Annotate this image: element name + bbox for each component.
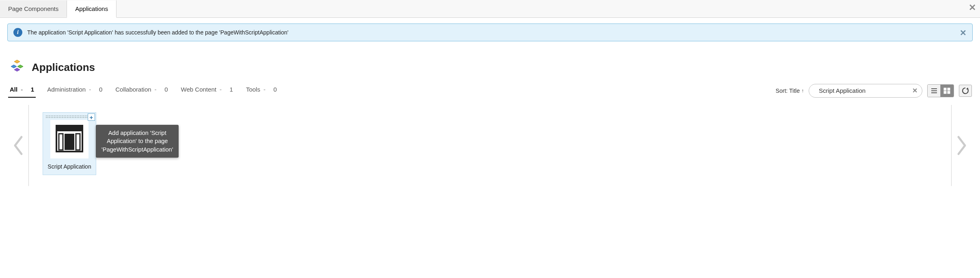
notification-text: The application 'Script Application' has… [27,29,288,36]
close-icon[interactable]: ✕ [969,2,976,13]
view-toggle [927,84,954,97]
category-count: 0 [269,86,277,93]
chevron-right-icon [956,135,967,156]
category-tab-web-content[interactable]: Web Content - 1 [179,83,235,98]
chevron-left-icon [13,135,24,156]
svg-rect-7 [944,88,946,90]
toolbar-right: Sort: Title ↑ ✕ [776,84,972,98]
search-box: ✕ [809,84,922,98]
applications-icon [8,58,26,76]
svg-rect-10 [948,91,950,94]
drag-handle-icon[interactable] [45,115,93,118]
app-thumbnail [50,120,89,158]
svg-rect-9 [944,91,946,94]
category-count: 0 [160,86,168,93]
sort-control[interactable]: Sort: Title ↑ [776,88,804,94]
add-button[interactable]: + [88,113,95,121]
toolbar: All - 1 Administration - 0 Collaboration… [8,83,972,101]
page-header: Applications [8,58,972,76]
refresh-icon [961,87,969,95]
content-area: Applications All - 1 Administration - 0 … [0,47,980,186]
gallery-content: + Script Application Add application 'Sc… [28,105,952,186]
tab-page-components[interactable]: Page Components [0,0,67,17]
sort-ascending-icon: ↑ [801,88,804,94]
tab-applications[interactable]: Applications [67,0,117,18]
svg-rect-16 [76,134,80,150]
svg-rect-15 [65,134,74,150]
category-count: 0 [94,86,102,93]
svg-rect-8 [948,88,950,90]
category-label: Tools [246,86,260,93]
search-input[interactable] [809,84,922,98]
svg-marker-1 [11,65,17,68]
app-card-title: Script Application [45,162,93,172]
sort-prefix: Sort: [776,88,788,94]
app-card-script-application[interactable]: + Script Application Add application 'Sc… [43,112,96,175]
svg-marker-3 [14,68,20,71]
window-tabs: Page Components Applications ✕ [0,0,980,18]
svg-rect-14 [59,134,63,150]
prev-arrow[interactable] [8,127,28,164]
category-count: 1 [225,86,233,93]
category-label: Administration [47,86,86,93]
svg-marker-11 [966,88,969,90]
grid-icon [943,88,951,94]
category-label: All [10,86,17,93]
refresh-button[interactable] [959,85,972,97]
category-tab-tools[interactable]: Tools - 0 [244,83,278,98]
svg-marker-2 [17,65,23,68]
svg-marker-0 [14,60,20,63]
list-icon [930,88,938,94]
category-tab-collaboration[interactable]: Collaboration - 0 [114,83,169,98]
category-label: Collaboration [115,86,151,93]
category-count: 1 [26,86,34,93]
notification-close-icon[interactable]: ✕ [960,28,967,38]
category-tab-all[interactable]: All - 1 [8,83,36,98]
tooltip: Add application 'Script Application' to … [96,125,179,158]
list-view-button[interactable] [928,85,941,97]
next-arrow[interactable] [952,127,972,164]
layout-icon [55,124,84,153]
grid-view-button[interactable] [941,85,954,97]
page-title: Applications [32,61,95,74]
gallery: + Script Application Add application 'Sc… [8,105,972,186]
category-tabs: All - 1 Administration - 0 Collaboration… [8,83,288,98]
notification-banner: i The application 'Script Application' h… [7,24,973,41]
category-tab-administration[interactable]: Administration - 0 [45,83,104,98]
svg-rect-13 [56,126,82,131]
category-label: Web Content [181,86,216,93]
search-clear-icon[interactable]: ✕ [912,87,917,94]
sort-field: Title [789,88,800,94]
info-icon: i [13,28,22,37]
